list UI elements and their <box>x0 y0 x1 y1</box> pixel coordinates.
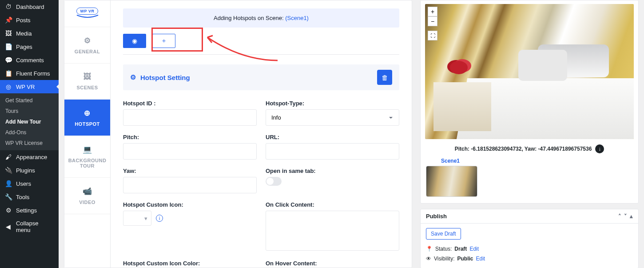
yaw-input[interactable] <box>123 177 257 193</box>
section-header: ⚙Hotspot Setting 🗑 <box>123 64 399 90</box>
nav-tools[interactable]: 🔧Tools <box>0 190 59 204</box>
panel-up-icon[interactable]: ˄ <box>618 213 621 220</box>
pitch-label: Pitch: <box>123 134 257 140</box>
trash-icon: 🗑 <box>382 74 388 81</box>
scene-thumbnail[interactable] <box>426 166 477 197</box>
hotspot-id-input[interactable] <box>123 109 257 126</box>
divider <box>123 54 399 55</box>
zoom-in-button[interactable]: + <box>428 7 437 16</box>
fullscreen-button[interactable]: ⛶ <box>428 31 437 40</box>
wp-admin-sidebar: ⏱Dashboard 📌Posts 🖼Media 📄Pages 💬Comment… <box>0 0 59 268</box>
download-coords-button[interactable]: ↓ <box>595 144 604 153</box>
plug-icon: 🔌 <box>4 167 12 174</box>
nav-posts[interactable]: 📌Posts <box>0 13 59 27</box>
nav-dashboard[interactable]: ⏱Dashboard <box>0 0 59 13</box>
url-label: URL: <box>266 134 399 140</box>
status-value: Draft <box>454 246 467 252</box>
custom-icon-label: Hotspot Custom Icon: <box>123 201 257 208</box>
info-icon[interactable]: i <box>156 215 163 222</box>
coords-readout: Pitch: -6.181528623094732, Yaw: -47.4496… <box>455 146 592 152</box>
nav-comments[interactable]: 💬Comments <box>0 53 59 67</box>
on-hover-label: On Hover Content: <box>266 260 399 267</box>
media-icon: 🖼 <box>4 30 12 37</box>
pin-icon: 📌 <box>4 16 12 24</box>
subnav-get-started[interactable]: Get Started <box>0 95 59 106</box>
custom-icon-picker[interactable]: ▾ <box>123 211 151 226</box>
nav-users[interactable]: 👤Users <box>0 177 59 190</box>
collapse-icon: ◀ <box>4 223 12 230</box>
pin-icon: 📍 <box>426 246 433 252</box>
gear-icon: ⚙ <box>84 36 91 45</box>
video-icon: 📹 <box>83 187 92 196</box>
subnav-tours[interactable]: Tours <box>0 106 59 116</box>
subnav-add-new-tour[interactable]: Add New Tour <box>0 116 59 127</box>
nav-settings[interactable]: ⚙Settings <box>0 204 59 217</box>
vtab-background-tour[interactable]: 💻BACKGROUND TOUR <box>64 136 110 178</box>
delete-hotspot-button[interactable]: 🗑 <box>377 70 392 85</box>
plus-icon: ＋ <box>161 37 167 45</box>
publish-panel: Publish ˄ ˅ ▴ Save Draft 📍 Status: Draft… <box>420 209 639 268</box>
sliders-icon: ⚙ <box>4 207 12 214</box>
subnav-license[interactable]: WP VR License <box>0 138 59 148</box>
save-draft-button[interactable]: Save Draft <box>426 228 461 240</box>
vtab-scenes[interactable]: 🖼SCENES <box>64 64 110 100</box>
vtab-hotspot[interactable]: ⊕HOTSPOT <box>64 100 110 136</box>
dot-icon: ◉ <box>132 37 137 44</box>
hotspot-tabstrip: ◉ ＋ <box>123 34 399 48</box>
forms-icon: 📋 <box>4 70 12 77</box>
eye-icon: 👁 <box>426 256 431 262</box>
zoom-out-button[interactable]: − <box>428 16 437 26</box>
hotspot-type-select[interactable]: Info <box>266 109 399 126</box>
scene-link[interactable]: (Scene1) <box>285 15 309 21</box>
nav-media[interactable]: 🖼Media <box>0 27 59 40</box>
hotspot-tab-add[interactable]: ＋ <box>152 34 175 48</box>
vtab-logo: WP VR <box>64 0 110 27</box>
target-icon: ⊕ <box>84 108 91 118</box>
url-input[interactable] <box>266 143 399 160</box>
nav-plugins[interactable]: 🔌Plugins <box>0 164 59 177</box>
hotspot-tab-active[interactable]: ◉ <box>123 34 146 48</box>
custom-icon-color-label: Hotspot Custom Icon Color: <box>123 260 257 267</box>
subnav-addons[interactable]: Add-Ons <box>0 127 59 138</box>
on-click-textarea[interactable] <box>266 211 399 251</box>
preview-panel: + − ⛶ Pitch: -6.181528623094732, Yaw: -4… <box>420 0 639 204</box>
nav-fluent-forms[interactable]: 📋Fluent Forms <box>0 67 59 80</box>
visibility-label: Visibility: <box>434 256 454 262</box>
editor-content: Adding Hotspots on Scene: (Scene1) ◉ ＋ ⚙… <box>111 0 412 268</box>
pitch-input[interactable] <box>123 143 257 160</box>
brush-icon: 🖌 <box>4 153 12 160</box>
visibility-value: Public <box>457 256 473 262</box>
nav-pages[interactable]: 📄Pages <box>0 40 59 53</box>
editor-panel: WP VR ⚙GENERAL 🖼SCENES ⊕HOTSPOT 💻BACKGRO… <box>64 0 412 268</box>
nav-wp-vr[interactable]: ◎WP VR <box>0 80 59 93</box>
users-icon: 👤 <box>4 180 12 187</box>
hotspot-id-label: Hotspot ID : <box>123 100 257 107</box>
image-icon: 🖼 <box>83 72 91 81</box>
visibility-edit-link[interactable]: Edit <box>476 256 485 262</box>
pages-icon: 📄 <box>4 43 12 50</box>
status-label: Status: <box>435 246 452 252</box>
yaw-label: Yaw: <box>123 168 257 174</box>
hotspot-form: Hotspot ID : Hotspot-Type: Info Pitch: U… <box>123 100 399 268</box>
gauge-icon: ⏱ <box>4 3 12 10</box>
open-same-tab-label: Open in same tab: <box>266 168 399 174</box>
annotation-arrow <box>202 29 282 65</box>
panel-down-icon[interactable]: ˅ <box>624 213 627 220</box>
vtab-general[interactable]: ⚙GENERAL <box>64 27 110 64</box>
open-same-tab-toggle[interactable] <box>266 177 282 186</box>
download-icon: ↓ <box>598 146 601 152</box>
panel-toggle-icon[interactable]: ▴ <box>630 213 633 220</box>
scene-thumb-label: Scene1 <box>441 158 460 164</box>
devices-icon: 💻 <box>83 145 92 154</box>
comments-icon: 💬 <box>4 56 12 64</box>
vtab-video[interactable]: 📹VIDEO <box>64 178 110 214</box>
status-edit-link[interactable]: Edit <box>469 246 479 252</box>
hotspot-type-label: Hotspot-Type: <box>266 100 399 107</box>
on-click-label: On Click Content: <box>266 201 399 208</box>
publish-title: Publish <box>426 213 447 220</box>
panorama-preview[interactable]: + − ⛶ <box>425 4 634 139</box>
nav-appearance[interactable]: 🖌Appearance <box>0 150 59 164</box>
chevron-down-icon: ▾ <box>144 215 147 222</box>
vertical-tabs: WP VR ⚙GENERAL 🖼SCENES ⊕HOTSPOT 💻BACKGRO… <box>64 0 111 268</box>
nav-collapse[interactable]: ◀Collapse menu <box>0 217 59 236</box>
